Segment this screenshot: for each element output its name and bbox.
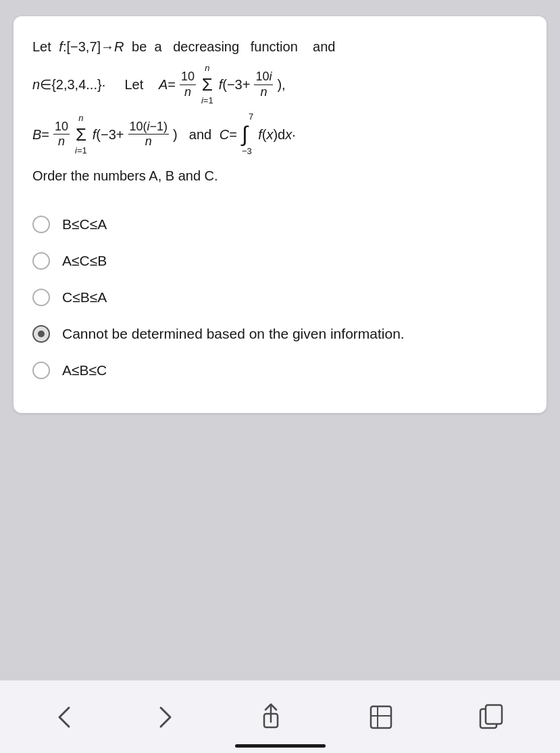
home-indicator [235, 744, 326, 748]
C-integral: 7 ∫ −3 [242, 110, 253, 159]
bottom-toolbar [0, 680, 560, 753]
A-frac: 10 n [180, 70, 196, 99]
B-inner-frac-den: n [144, 135, 153, 149]
B-sigma-top: n [78, 111, 83, 126]
B-inner-frac: 10(i−1) n [128, 120, 170, 149]
chevron-left-icon [57, 705, 72, 729]
problem-line-2: n∈{2,3,4...}· Let A= 10 n n Σ i=1 f(−3+ … [32, 61, 528, 108]
radio-button-1 [32, 216, 50, 233]
A-inner-frac-num: 10i [254, 70, 273, 85]
B-frac-num: 10 [53, 120, 70, 135]
option-label-3: C≤B≤A [62, 289, 107, 306]
A-sigma: n Σ i=1 [201, 61, 213, 108]
book-icon [370, 704, 392, 731]
C-int-bot: −3 [242, 144, 252, 159]
copy-button[interactable] [474, 698, 509, 736]
radio-inner-4 [38, 331, 45, 337]
option-item-3[interactable]: C≤B≤A [32, 279, 528, 316]
n-set: n∈{2,3,4...}· [32, 73, 120, 96]
option-item-2[interactable]: A≤C≤B [32, 243, 528, 279]
option-item-1[interactable]: B≤C≤A [32, 206, 528, 243]
B-sigma-sym: Σ [76, 126, 86, 143]
copy-icon [479, 704, 503, 731]
option-item-5[interactable]: A≤B≤C [32, 352, 528, 389]
A-f-close: ), [277, 73, 285, 96]
radio-button-5 [32, 362, 50, 379]
let-label: Let [32, 35, 55, 58]
A-f-open: f(−3+ [219, 73, 251, 96]
C-integrand: f(x)dx· [258, 123, 296, 146]
B-sigma: n Σ i=1 [75, 111, 87, 158]
back-button[interactable] [51, 700, 77, 735]
B-f-close: ) [173, 123, 185, 146]
A-sigma-top: n [205, 61, 209, 76]
A-inner-frac: 10i n [254, 70, 273, 99]
A-inner-frac-den: n [259, 85, 268, 100]
option-label-5: A≤B≤C [62, 362, 107, 379]
forward-button[interactable] [153, 700, 178, 735]
C-int-sym: ∫ [242, 124, 248, 144]
bookmark-button[interactable] [364, 698, 398, 736]
radio-button-3 [32, 289, 50, 306]
B-label: B= [32, 123, 49, 146]
problem-statement: Let f:[−3,7]→R be a decreasing function … [32, 35, 528, 187]
B-sigma-bot: i=1 [75, 143, 87, 158]
C-int-top: 7 [249, 110, 253, 124]
and-label: and [189, 123, 215, 146]
option-label-4: Cannot be determined based on the given … [62, 326, 405, 342]
B-f-open: f(−3+ [93, 123, 124, 146]
A-sigma-bot: i=1 [201, 93, 213, 108]
options-list: B≤C≤AA≤C≤BC≤B≤ACannot be determined base… [32, 206, 528, 389]
radio-button-4 [32, 325, 50, 343]
problem-line-1: Let f:[−3,7]→R be a decreasing function … [32, 35, 528, 58]
option-item-4[interactable]: Cannot be determined based on the given … [32, 316, 528, 352]
be-a: be a decreasing function and [128, 35, 336, 58]
question-card: Let f:[−3,7]→R be a decreasing function … [14, 16, 546, 413]
A-frac-num: 10 [180, 70, 196, 85]
B-inner-frac-num: 10(i−1) [128, 120, 170, 135]
svg-rect-1 [371, 706, 391, 728]
svg-rect-5 [486, 705, 502, 724]
A-frac-den: n [183, 85, 193, 100]
B-frac: 10 n [53, 120, 70, 149]
function-domain: f:[−3,7]→R [59, 35, 124, 58]
A-label: A= [159, 73, 176, 96]
let-label-2: Let [124, 73, 154, 96]
problem-line-3: B= 10 n n Σ i=1 f(−3+ 10(i−1) n ) and C=… [32, 110, 528, 159]
radio-button-2 [32, 252, 50, 270]
option-label-2: A≤C≤B [62, 253, 107, 269]
share-icon [259, 703, 283, 731]
option-label-1: B≤C≤A [62, 216, 107, 233]
C-label: C= [220, 123, 237, 146]
A-sigma-sym: Σ [202, 76, 213, 93]
order-instruction: Order the numbers A, B and C. [32, 164, 528, 187]
share-button[interactable] [253, 698, 288, 737]
chevron-right-icon [158, 705, 173, 729]
B-frac-den: n [57, 135, 66, 149]
